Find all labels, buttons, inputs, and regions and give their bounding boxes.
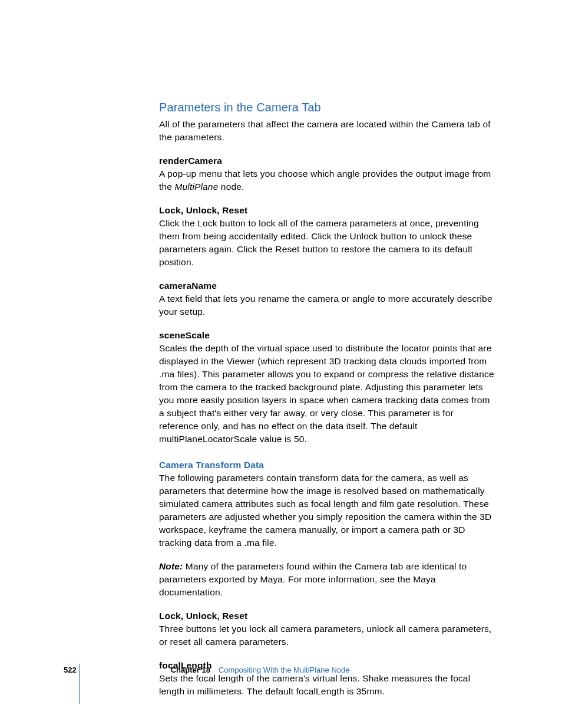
param-name-scenescale: sceneScale — [159, 329, 495, 342]
page-number: 522 — [64, 666, 77, 674]
subsection-desc: The following parameters contain transfo… — [159, 472, 495, 549]
note-label: Note: — [159, 561, 183, 571]
page-footer: 522 Chapter 18 Compositing With the Mult… — [64, 666, 495, 674]
document-page: Parameters in the Camera Tab All of the … — [0, 0, 562, 728]
text-italic: MultiPlane — [174, 182, 218, 192]
footer-rule — [79, 664, 80, 704]
intro-paragraph: All of the parameters that affect the ca… — [159, 118, 495, 144]
param-name-lockunlockreset-2: Lock, Unlock, Reset — [159, 610, 495, 622]
text-segment: node. — [218, 182, 244, 192]
section-heading: Parameters in the Camera Tab — [159, 99, 495, 116]
param-desc-focallength: Sets the focal length of the camera's vi… — [159, 672, 495, 698]
param-desc-lockunlockreset: Click the Lock button to lock all of the… — [159, 217, 495, 269]
param-desc-cameraname: A text field that lets you rename the ca… — [159, 292, 495, 318]
body-content: Parameters in the Camera Tab All of the … — [159, 99, 495, 698]
note-paragraph: Note: Many of the parameters found withi… — [159, 560, 495, 599]
param-desc-scenescale: Scales the depth of the virtual space us… — [159, 342, 495, 446]
chapter-title: Compositing With the MultiPlane Node — [219, 666, 350, 674]
param-name-cameraname: cameraName — [159, 279, 495, 292]
param-name-lockunlockreset: Lock, Unlock, Reset — [159, 204, 495, 217]
param-desc-rendercamera: A pop-up menu that lets you choose which… — [159, 167, 495, 193]
note-text: Many of the parameters found within the … — [159, 561, 467, 597]
param-name-rendercamera: renderCamera — [159, 154, 495, 167]
param-desc-lockunlockreset-2: Three buttons let you lock all camera pa… — [159, 622, 495, 648]
subsection-heading: Camera Transform Data — [159, 459, 495, 472]
chapter-label: Chapter 18 — [171, 666, 210, 674]
